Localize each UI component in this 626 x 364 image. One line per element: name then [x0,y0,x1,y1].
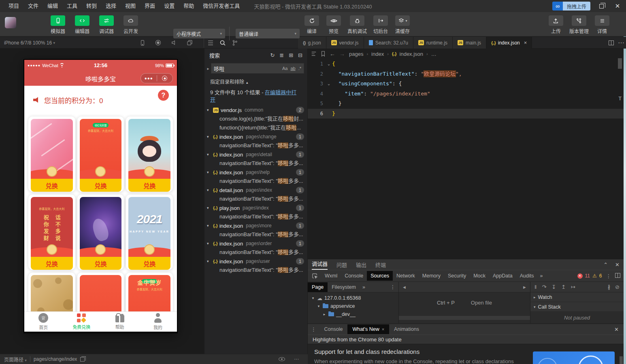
scrollbar-thumb[interactable] [618,58,622,69]
breadcrumb-item[interactable]: index.json [400,51,424,57]
redeem-card[interactable]: 兑换 [126,116,173,192]
tab-index.json[interactable]: {..}index.json× [486,37,532,49]
breadcrumb-item[interactable]: index [371,51,384,57]
menu-item-设置[interactable]: 设置 [160,0,179,12]
copy-path-icon[interactable] [80,357,85,362]
step-icon[interactable]: ↦ [571,284,575,290]
compile-select[interactable]: 普通编译▾ [236,29,300,38]
search-result-match[interactable]: console.log(e),{title:"我正在哆啦封... [204,114,307,123]
toolbar-button-上传[interactable]: 上传 [547,15,565,34]
toolbar-button-清缓存[interactable]: ▾清缓存 [394,15,411,34]
breadcrumb-item[interactable]: pages [349,51,363,57]
devtools-menu-icon[interactable]: ⋮ [606,273,611,279]
menu-item-选择[interactable]: 选择 [101,0,121,12]
menu-item-界面[interactable]: 界面 [140,0,160,12]
pause-on-exceptions-icon[interactable]: ⊘ [615,284,620,290]
open-new-editor-icon[interactable]: ⊞ [289,52,293,58]
code-line[interactable]: 6} [308,109,624,119]
help-button[interactable]: ? [158,90,169,101]
code-line[interactable]: 2 "navigationBarTitleText": "欧皇源码论坛", [308,69,624,79]
drawer-menu-icon[interactable]: ⋮ [308,326,319,332]
mini-tab-免费兑换[interactable]: 免费兑换 [62,312,100,332]
toolbar-button-预览[interactable]: 预览 [325,15,343,34]
debugger-tab-调试器[interactable]: 调试器 [312,259,328,270]
close-tab-icon[interactable]: × [382,327,384,332]
devtools-tab-Audits[interactable]: Audits [516,271,538,281]
tree-item-__dev__[interactable]: ▸__dev__ [308,310,398,318]
navigate-forward-icon[interactable]: → [339,51,345,57]
toolbar-button-编辑器[interactable]: 编辑器 [72,15,92,34]
toggle-replace-icon[interactable]: ▸ [205,66,211,71]
close-window-button[interactable]: ✕ [612,1,623,11]
statusbar-more-icon[interactable]: ⋯ [294,356,299,362]
redeem-card[interactable]: 小囍的红包恭喜发财，大吉大利金牛贺岁兑换 [126,273,173,311]
callstack-section[interactable]: ▾Call Stack [530,302,624,312]
search-result-file[interactable]: ▾{..}index.jsonpages\user1 [204,257,307,266]
mini-tab-我的[interactable]: 我的 [139,312,177,332]
tab-vendor.js[interactable]: JSvendor.js [326,37,364,49]
horizontal-scrollbar[interactable] [399,316,530,320]
refresh-search-icon[interactable]: ↻ [270,52,275,58]
search-result-file[interactable]: ▾JSvendor.jscommon2 [204,106,307,114]
device-selector[interactable]: iPhone 6/7/8 100% 16 ▾ [4,37,55,49]
debugger-tab-问题[interactable]: 问题 [336,261,347,269]
drawer-tab-What's New[interactable]: What's New× [347,324,389,334]
menu-item-视图[interactable]: 视图 [121,0,140,12]
redeem-card[interactable]: 兑换 [77,195,124,270]
menu-item-转到[interactable]: 转到 [82,0,101,12]
rotate-phone-icon[interactable] [140,40,145,46]
tab-main.js[interactable]: JSmain.js [453,37,486,49]
toolbar-button-真机调试[interactable]: 真机调试 [347,15,368,34]
redeem-card[interactable]: 领红包封面恭喜发财，大吉大利兑换 [77,116,124,192]
whole-word-icon[interactable]: ab [290,66,295,71]
menu-item-编辑[interactable]: 编辑 [43,0,62,12]
devtools-tab-Security[interactable]: Security [444,271,470,281]
mode-select[interactable]: 小程序模式▾ [173,29,225,38]
tree-caret-icon[interactable]: ▸ [322,312,326,316]
menu-item-文件[interactable]: 文件 [23,0,43,12]
editor-scrollbar[interactable]: T [618,49,622,248]
drawer-tab-Animations[interactable]: Animations [389,324,424,334]
undock-icon[interactable] [615,273,620,279]
clear-results-icon[interactable]: ≣ [279,52,284,58]
pause-icon[interactable]: ‖ [534,284,537,290]
search-input[interactable]: 哆啦 Aa ab .* [211,63,304,74]
drawer-scrollbar[interactable] [620,356,623,364]
fold-icon[interactable]: ⌄ [326,59,332,69]
search-result-file[interactable]: ▾{..}index.jsonpages\help1 [204,168,307,177]
navigator-tab-Filesystem[interactable]: Filesystem [328,282,360,292]
sound-icon[interactable] [171,40,177,46]
tab-runtime.js[interactable]: JSruntime.js [413,37,453,49]
navigate-back-icon[interactable]: ← [330,51,335,57]
redeem-button[interactable]: 兑换 [128,179,170,192]
tree-item-127.0.0.1:65368[interactable]: ▾☁127.0.0.1:65368 [308,294,398,302]
menu-item-帮助[interactable]: 帮助 [179,0,198,12]
tab-g.json[interactable]: {}g.json [298,37,326,49]
mini-tab-帮助[interactable]: 帮助 [101,312,139,332]
close-panel-icon[interactable]: ✕ [615,262,620,268]
toolbar-button-编译[interactable]: 编译 [303,15,321,34]
search-result-match[interactable]: navigationBarTitleText": "哆啦多多... [204,212,307,221]
step-over-icon[interactable]: ↷ [542,284,546,290]
match-case-icon[interactable]: Aa [282,66,287,71]
debugger-tab-输出[interactable]: 输出 [356,261,366,269]
close-tab-icon[interactable]: × [524,40,527,46]
record-icon[interactable] [155,40,161,46]
redeem-button[interactable]: 兑换 [128,257,170,270]
redeem-card[interactable]: 兑换 [28,273,75,311]
toolbar-button-云开发[interactable]: 云开发 [121,15,141,34]
redeem-card[interactable]: 兑换 [28,116,75,192]
devtools-tab-AppData[interactable]: AppData [489,271,516,281]
toolbar-button-调试器[interactable]: 调试器 [96,15,117,34]
navigator-menu-icon[interactable]: ⋮ [390,284,399,290]
devtools-tab-Mock[interactable]: Mock [470,271,489,281]
devtools-tab-Memory[interactable]: Memory [419,271,444,281]
search-result-file[interactable]: ▾{..}detail.jsonpages\index1 [204,186,307,195]
page-path-selector[interactable]: 页面路径 ▾ [4,356,27,363]
menu-item-工具[interactable]: 工具 [62,0,82,12]
collapse-panel-icon[interactable]: ⌃ [603,262,608,268]
multi-window-icon[interactable] [187,40,193,46]
toolbar-button-详情[interactable]: 详情 [593,15,611,34]
toolbar-button-版本管理[interactable]: 版本管理 [569,15,589,34]
tree-caret-icon[interactable]: ▾ [317,304,321,308]
